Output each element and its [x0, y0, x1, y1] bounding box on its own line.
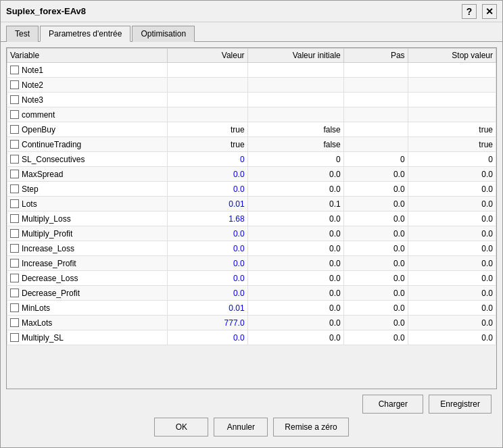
row-checkbox[interactable] [10, 155, 19, 164]
var-name: Note1 [22, 66, 43, 75]
table-row: Multiply_Profit0.00.00.00.0 [7, 226, 496, 241]
charger-button[interactable]: Charger [362, 395, 423, 414]
row-checkbox[interactable] [10, 170, 19, 178]
pas-cell: 0.0 [343, 316, 408, 330]
window-title: Suplex_forex-EAv8 [6, 6, 86, 16]
var-cell: Lots [7, 197, 168, 211]
var-name: SL_Consecutives [22, 155, 85, 164]
pas-cell: 0.0 [343, 286, 408, 301]
row-checkbox[interactable] [10, 274, 19, 282]
stop-valeur-cell: true [408, 122, 496, 137]
valeur-cell: 0.0 [168, 182, 248, 197]
remise-a-zero-button[interactable]: Remise a zéro [273, 418, 348, 437]
valeur-cell: 1.68 [168, 211, 248, 226]
pas-cell: 0.0 [343, 167, 408, 182]
row-checkbox[interactable] [10, 184, 19, 193]
pas-cell: 0.0 [343, 330, 408, 345]
var-cell: Decrease_Loss [7, 271, 168, 286]
table-row: Decrease_Profit0.00.00.00.0 [7, 286, 496, 301]
annuler-button[interactable]: Annuler [214, 418, 268, 437]
var-name: Decrease_Profit [22, 289, 80, 298]
valeur-initiale-cell: 0.0 [247, 241, 343, 256]
pas-cell: 0.0 [343, 197, 408, 211]
ok-button[interactable]: OK [154, 418, 208, 437]
valeur-cell: true [168, 122, 248, 137]
valeur-cell: 0 [168, 152, 248, 167]
valeur-initiale-cell: 0.0 [247, 316, 343, 330]
valeur-cell: 0.0 [168, 226, 248, 241]
valeur-initiale-cell [247, 93, 343, 107]
row-checkbox[interactable] [10, 289, 19, 297]
pas-cell: 0.0 [343, 271, 408, 286]
close-button[interactable]: ✕ [482, 4, 497, 19]
stop-valeur-cell [408, 63, 496, 78]
table-row: MaxSpread0.00.00.00.0 [7, 167, 496, 182]
row-checkbox[interactable] [10, 110, 19, 119]
stop-valeur-cell: 0.0 [408, 286, 496, 301]
row-checkbox[interactable] [10, 125, 19, 134]
parameters-table-wrapper: Variable Valeur Valeur initiale Pas Stop… [6, 47, 497, 389]
stop-valeur-cell: true [408, 137, 496, 152]
title-bar-controls: ? ✕ [462, 4, 497, 19]
var-cell: MaxSpread [7, 167, 168, 182]
valeur-cell: 0.0 [168, 330, 248, 345]
valeur-initiale-cell: 0.0 [247, 286, 343, 301]
valeur-cell: 0.0 [168, 241, 248, 256]
table-row: ContinueTradingtruefalsetrue [7, 137, 496, 152]
row-checkbox[interactable] [10, 80, 19, 89]
tab-test[interactable]: Test [6, 26, 39, 42]
row-checkbox[interactable] [10, 199, 19, 208]
valeur-initiale-cell [247, 63, 343, 78]
stop-valeur-cell: 0.0 [408, 271, 496, 286]
row-checkbox[interactable] [10, 214, 19, 223]
row-checkbox[interactable] [10, 259, 19, 268]
parameters-table: Variable Valeur Valeur initiale Pas Stop… [7, 48, 496, 345]
main-content: Variable Valeur Valeur initiale Pas Stop… [1, 41, 502, 447]
valeur-initiale-cell: 0.0 [247, 226, 343, 241]
header-valeur: Valeur [168, 49, 248, 63]
stop-valeur-cell: 0.0 [408, 167, 496, 182]
pas-cell [343, 93, 408, 107]
row-checkbox[interactable] [10, 229, 19, 238]
title-bar: Suplex_forex-EAv8 ? ✕ [1, 1, 502, 22]
pas-cell: 0.0 [343, 182, 408, 197]
valeur-initiale-cell: 0 [247, 152, 343, 167]
var-name: OpenBuy [22, 125, 55, 134]
valeur-initiale-cell [247, 107, 343, 122]
header-pas: Pas [343, 49, 408, 63]
pas-cell [343, 122, 408, 137]
row-checkbox[interactable] [10, 318, 19, 327]
var-name: MaxLots [22, 318, 52, 328]
tab-parametres[interactable]: Parametres d'entrée [40, 26, 130, 42]
table-row: MaxLots777.00.00.00.0 [7, 316, 496, 330]
row-checkbox[interactable] [10, 66, 19, 74]
pas-cell [343, 63, 408, 78]
help-button[interactable]: ? [462, 4, 477, 19]
table-row: OpenBuytruefalsetrue [7, 122, 496, 137]
pas-cell [343, 107, 408, 122]
row-checkbox[interactable] [10, 140, 19, 149]
stop-valeur-cell: 0.0 [408, 211, 496, 226]
tab-optimisation[interactable]: Optimisation [132, 26, 195, 42]
valeur-initiale-cell: false [247, 122, 343, 137]
stop-valeur-cell: 0.0 [408, 182, 496, 197]
valeur-initiale-cell: 0.0 [247, 256, 343, 271]
valeur-cell [168, 78, 248, 93]
var-name: Multiply_Loss [22, 214, 71, 224]
var-cell: Multiply_Loss [7, 211, 168, 226]
valeur-cell: 0.0 [168, 256, 248, 271]
var-cell: Note1 [7, 63, 168, 78]
var-name: MinLots [22, 303, 50, 313]
row-checkbox[interactable] [10, 244, 19, 253]
bottom-area: Charger Enregistrer OK Annuler Remise a … [6, 389, 497, 442]
enregistrer-button[interactable]: Enregistrer [429, 395, 492, 414]
valeur-initiale-cell: 0.1 [247, 197, 343, 211]
table-scroll[interactable]: Variable Valeur Valeur initiale Pas Stop… [7, 48, 496, 389]
var-cell: ContinueTrading [7, 137, 168, 152]
var-cell: OpenBuy [7, 122, 168, 137]
row-checkbox[interactable] [10, 95, 19, 104]
row-checkbox[interactable] [10, 303, 19, 312]
var-name: Increase_Loss [22, 244, 74, 253]
valeur-initiale-cell [247, 78, 343, 93]
row-checkbox[interactable] [10, 333, 19, 342]
